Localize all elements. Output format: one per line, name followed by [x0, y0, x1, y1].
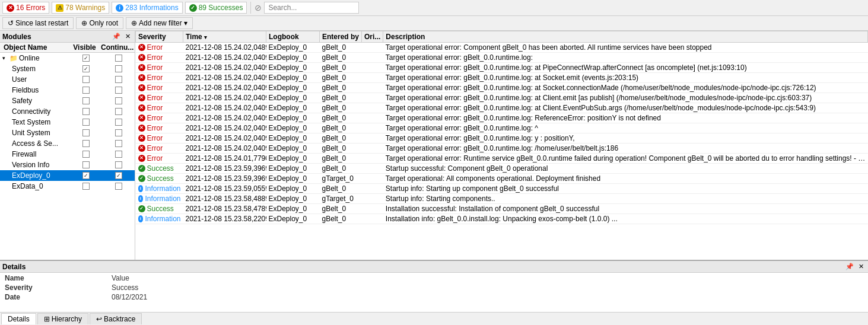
tree-item-safety-vis[interactable]: [69, 97, 102, 104]
tree-item-exdata0[interactable]: ExData_0: [0, 181, 135, 192]
table-row[interactable]: ✓ Success 2021-12-08 15.23.59,396999 ExD…: [136, 164, 868, 174]
table-row[interactable]: ✕ Error 2021-12-08 15.24.02,040999 ExDep…: [136, 123, 868, 133]
tree-item-versioninfo[interactable]: Version Info: [0, 160, 135, 170]
tree-item-access-vis[interactable]: [69, 140, 102, 147]
tree-item-textsystem-vis[interactable]: [69, 119, 102, 126]
checkbox-online-vis[interactable]: [82, 55, 90, 62]
table-row[interactable]: ✕ Error 2021-12-08 15.24.02,040999 ExDep…: [136, 133, 868, 144]
table-row[interactable]: ✓ Success 2021-12-08 15.23.59,396999 ExD…: [136, 174, 868, 184]
tree-item-firewall[interactable]: Firewall: [0, 149, 135, 160]
tree-item-versioninfo-vis[interactable]: [69, 161, 102, 168]
tree-item-firewall-vis[interactable]: [69, 151, 102, 158]
search-input[interactable]: [264, 2, 359, 14]
tree-item-system-vis[interactable]: [69, 65, 102, 72]
tree-item-fieldbus[interactable]: Fieldbus: [0, 85, 135, 95]
tree-item-exdata0-cont[interactable]: [102, 183, 135, 190]
checkbox-versioninfo-vis[interactable]: [82, 161, 90, 168]
checkbox-access-cont[interactable]: [115, 140, 122, 147]
tree-item-textsystem[interactable]: Text System: [0, 117, 135, 128]
checkbox-connectivity-cont[interactable]: [115, 108, 122, 115]
checkbox-textsystem-vis[interactable]: [82, 119, 90, 126]
table-row[interactable]: ✕ Error 2021-12-08 15.24.02,040999 ExDep…: [136, 83, 868, 93]
tree-item-versioninfo-cont[interactable]: [102, 161, 135, 168]
checkbox-textsystem-cont[interactable]: [115, 119, 122, 126]
tree-item-unitsystem[interactable]: Unit System: [0, 128, 135, 138]
table-row[interactable]: ✕ Error 2021-12-08 15.24.02,048999 ExDep…: [136, 43, 868, 53]
checkbox-firewall-vis[interactable]: [82, 151, 90, 158]
tree-item-connectivity[interactable]: Connectivity: [0, 106, 135, 117]
tree-item-connectivity-cont[interactable]: [102, 108, 135, 115]
tree-item-firewall-cont[interactable]: [102, 151, 135, 158]
table-row[interactable]: ✕ Error 2021-12-08 15.24.01,779000 ExDep…: [136, 154, 868, 164]
checkbox-user-vis[interactable]: [82, 76, 90, 83]
tree-item-system-cont[interactable]: [102, 65, 135, 72]
tree-item-online-cont[interactable]: [102, 55, 135, 62]
checkbox-fieldbus-vis[interactable]: [82, 87, 90, 94]
tree-item-exdata0-vis[interactable]: [69, 183, 102, 190]
table-row[interactable]: ✓ Success 2021-12-08 15.23.58,478999 ExD…: [136, 204, 868, 214]
tree-item-fieldbus-cont[interactable]: [102, 87, 135, 94]
checkbox-online-cont[interactable]: [115, 55, 122, 62]
tree-item-textsystem-cont[interactable]: [102, 119, 135, 126]
col-header-severity[interactable]: Severity: [136, 31, 183, 43]
details-close-button[interactable]: ✕: [857, 262, 866, 271]
checkbox-fieldbus-cont[interactable]: [115, 87, 122, 94]
checkbox-firewall-cont[interactable]: [115, 151, 122, 158]
checkbox-versioninfo-cont[interactable]: [115, 161, 122, 168]
tree-item-exdeploy0-cont[interactable]: [102, 172, 135, 179]
expand-icon-online[interactable]: ▾: [2, 55, 8, 61]
table-row[interactable]: ✕ Error 2021-12-08 15.24.02,040999 ExDep…: [136, 53, 868, 63]
panel-pin-button[interactable]: 📌: [110, 32, 122, 41]
table-row[interactable]: ✕ Error 2021-12-08 15.24.02,040999 ExDep…: [136, 93, 868, 103]
tree-item-online-vis[interactable]: [69, 55, 102, 62]
col-header-ori[interactable]: Ori...: [362, 31, 383, 43]
table-row[interactable]: ✕ Error 2021-12-08 15.24.02,040999 ExDep…: [136, 63, 868, 73]
checkbox-system-cont[interactable]: [115, 65, 122, 72]
only-root-button[interactable]: ⊕ Only root: [76, 17, 123, 29]
tree-item-connectivity-vis[interactable]: [69, 108, 102, 115]
table-row[interactable]: i Information 2021-12-08 15.23.58,488999…: [136, 194, 868, 204]
table-row[interactable]: ✕ Error 2021-12-08 15.24.02,040999 ExDep…: [136, 144, 868, 154]
checkbox-exdeploy0-cont[interactable]: [115, 172, 122, 179]
informations-button[interactable]: i 283 Informations: [112, 2, 182, 14]
tree-item-online[interactable]: ▾ 📁 Online: [0, 53, 135, 63]
tree-item-user[interactable]: User: [0, 74, 135, 85]
successes-button[interactable]: ✓ 89 Successes: [185, 2, 247, 14]
checkbox-unitsystem-cont[interactable]: [115, 129, 122, 136]
checkbox-safety-vis[interactable]: [82, 97, 90, 104]
table-row[interactable]: i Information 2021-12-08 15.23.58,220999…: [136, 214, 868, 224]
checkbox-access-vis[interactable]: [82, 140, 90, 147]
since-last-restart-button[interactable]: ↺ Since last restart: [2, 17, 74, 29]
checkbox-user-cont[interactable]: [115, 76, 122, 83]
tree-item-access[interactable]: Access & Se...: [0, 138, 135, 149]
checkbox-connectivity-vis[interactable]: [82, 108, 90, 115]
table-row[interactable]: ✕ Error 2021-12-08 15.24.02,040999 ExDep…: [136, 73, 868, 83]
col-header-logbook[interactable]: Logbook: [266, 31, 320, 43]
tree-item-exdeploy0-vis[interactable]: [69, 172, 102, 179]
log-scroll-area[interactable]: Severity Time ▾ Logbook Entered by Ori..…: [135, 31, 868, 260]
tab-backtrace[interactable]: ↩ Backtrace: [90, 313, 142, 324]
details-pin-button[interactable]: 📌: [844, 262, 856, 271]
tab-details[interactable]: Details: [1, 313, 36, 324]
checkbox-system-vis[interactable]: [82, 65, 90, 72]
tree-item-user-cont[interactable]: [102, 76, 135, 83]
col-header-time[interactable]: Time ▾: [183, 31, 266, 43]
tree-item-fieldbus-vis[interactable]: [69, 87, 102, 94]
tree-item-user-vis[interactable]: [69, 76, 102, 83]
table-row[interactable]: ✕ Error 2021-12-08 15.24.02,040999 ExDep…: [136, 103, 868, 113]
checkbox-unitsystem-vis[interactable]: [82, 129, 90, 136]
warnings-button[interactable]: ⚠ 78 Warnings: [52, 2, 109, 14]
table-row[interactable]: ✕ Error 2021-12-08 15.24.02,040999 ExDep…: [136, 113, 868, 123]
tree-item-access-cont[interactable]: [102, 140, 135, 147]
table-row[interactable]: i Information 2021-12-08 15.23.59,055999…: [136, 184, 868, 194]
tree-item-safety-cont[interactable]: [102, 97, 135, 104]
errors-button[interactable]: ✕ 16 Errors: [2, 2, 49, 14]
checkbox-exdeploy0-vis[interactable]: [82, 172, 90, 179]
tree-item-unitsystem-vis[interactable]: [69, 129, 102, 136]
checkbox-exdata0-cont[interactable]: [115, 183, 122, 190]
checkbox-safety-cont[interactable]: [115, 97, 122, 104]
tree-item-safety[interactable]: Safety: [0, 95, 135, 106]
add-new-filter-button[interactable]: ⊕ Add new filter ▾: [126, 17, 193, 29]
col-header-description[interactable]: Description: [383, 31, 868, 43]
tree-item-unitsystem-cont[interactable]: [102, 129, 135, 136]
